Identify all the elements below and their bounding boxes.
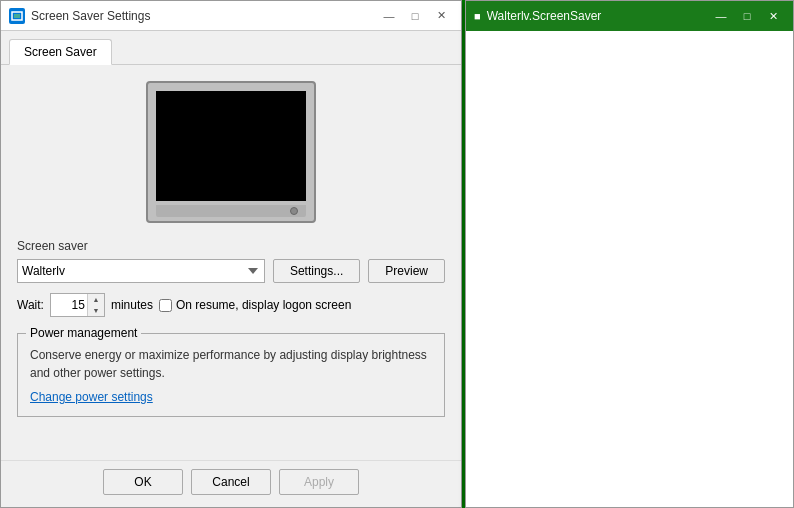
preview-button[interactable]: Preview	[368, 259, 445, 283]
resume-label-text: On resume, display logon screen	[176, 298, 351, 312]
change-power-settings-link[interactable]: Change power settings	[30, 390, 153, 404]
ok-button[interactable]: OK	[103, 469, 183, 495]
title-bar: Screen Saver Settings — □ ✕	[1, 1, 461, 31]
green-title-bar: ■ Walterlv.ScreenSaver — □ ✕	[466, 1, 793, 31]
power-description: Conserve energy or maximize performance …	[30, 346, 432, 382]
screensaver-content: /p 8457636	[466, 31, 793, 507]
tab-strip: Screen Saver	[1, 31, 461, 65]
monitor-preview	[17, 81, 445, 223]
cancel-button[interactable]: Cancel	[191, 469, 271, 495]
screensaver-maximize[interactable]: □	[735, 6, 759, 26]
screensaver-preview-window: ■ Walterlv.ScreenSaver — □ ✕ /p 8457636	[465, 0, 794, 508]
minutes-label: minutes	[111, 298, 153, 312]
resume-checkbox-label[interactable]: On resume, display logon screen	[159, 298, 351, 312]
maximize-button[interactable]: □	[403, 6, 427, 26]
spinner-buttons: ▲ ▼	[87, 294, 104, 316]
screen-saver-settings-window: Screen Saver Settings — □ ✕ Screen Saver…	[0, 0, 462, 508]
screen-saver-label: Screen saver	[17, 239, 445, 253]
bottom-bar: OK Cancel Apply	[1, 460, 461, 507]
svg-rect-1	[14, 14, 20, 18]
spinner-up[interactable]: ▲	[88, 294, 104, 305]
minimize-button[interactable]: —	[377, 6, 401, 26]
monitor-outer	[146, 81, 316, 223]
screen-saver-dropdown[interactable]: Walterlv (None) Blank Bubbles Mystify Ph…	[17, 259, 265, 283]
wait-row: Wait: ▲ ▼ minutes On resume, display log…	[17, 293, 445, 317]
window-controls: — □ ✕	[377, 6, 453, 26]
apply-button[interactable]: Apply	[279, 469, 359, 495]
power-management-group: Power management Conserve energy or maxi…	[17, 333, 445, 417]
screensaver-title: Walterlv.ScreenSaver	[487, 9, 707, 23]
window-icon	[9, 8, 25, 24]
monitor-dot	[290, 207, 298, 215]
wait-spinner[interactable]: ▲ ▼	[50, 293, 105, 317]
spinner-down[interactable]: ▼	[88, 305, 104, 316]
screensaver-close[interactable]: ✕	[761, 6, 785, 26]
monitor-screen	[156, 91, 306, 201]
wait-label: Wait:	[17, 298, 44, 312]
wait-input[interactable]	[51, 294, 87, 316]
window-title: Screen Saver Settings	[31, 9, 377, 23]
close-button[interactable]: ✕	[429, 6, 453, 26]
window-content: Screen saver Walterlv (None) Blank Bubbl…	[1, 65, 461, 460]
group-box-title: Power management	[26, 326, 141, 340]
screensaver-minimize[interactable]: —	[709, 6, 733, 26]
monitor-stand	[156, 205, 306, 217]
dropdown-row: Walterlv (None) Blank Bubbles Mystify Ph…	[17, 259, 445, 283]
settings-button[interactable]: Settings...	[273, 259, 360, 283]
tab-screen-saver[interactable]: Screen Saver	[9, 39, 112, 65]
resume-checkbox[interactable]	[159, 299, 172, 312]
